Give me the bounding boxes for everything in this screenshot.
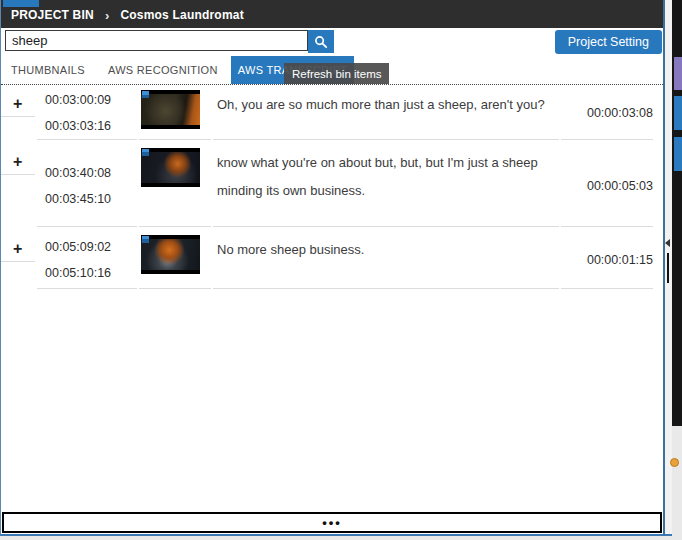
transcript-text: No more sheep business. — [213, 232, 559, 289]
background-app-strip — [672, 0, 682, 540]
search-button[interactable] — [308, 30, 334, 53]
tab-bar: THUMBNAILS AWS RECOGNITION AWS TRANSSCRI… — [1, 56, 663, 85]
search-icon — [314, 35, 328, 49]
breadcrumb-root[interactable]: PROJECT BIN — [11, 8, 94, 22]
panel-resize-handle[interactable]: ••• — [2, 512, 662, 533]
clip-thumbnail[interactable] — [141, 90, 200, 129]
timecode-in: 00:05:09:02 — [45, 234, 137, 260]
scrollbar-thumb[interactable] — [667, 253, 669, 283]
transcript-table: + 00:03:00:09 00:03:03:16 Oh, you are so… — [1, 85, 663, 289]
expand-row-button[interactable]: + — [1, 145, 35, 175]
table-row: + 00:03:00:09 00:03:03:16 Oh, you are so… — [1, 87, 663, 140]
thumbnail-cell — [139, 145, 211, 227]
expand-row-button[interactable]: + — [1, 232, 35, 262]
table-row: + 00:05:09:02 00:05:10:16 No more sheep … — [1, 232, 663, 289]
collapse-arrow-icon[interactable] — [665, 239, 670, 247]
toolbar: Project Setting — [1, 28, 663, 56]
clip-duration: 00:00:03:08 — [561, 87, 653, 140]
thumbnail-cell — [139, 87, 211, 140]
thumbnail-image — [141, 152, 200, 183]
transcript-text: know what you're on about but, but, but … — [213, 145, 559, 227]
clip-duration: 00:00:05:03 — [561, 145, 653, 227]
timecode-cell: 00:03:40:08 00:03:45:10 — [37, 145, 137, 227]
background-notification-dot — [670, 458, 679, 467]
tab-thumbnails[interactable]: THUMBNAILS — [3, 56, 93, 84]
table-row: + 00:03:40:08 00:03:45:10 know what you'… — [1, 145, 663, 227]
project-bin-panel: PROJECT BIN › Cosmos Laundromat Project … — [0, 0, 665, 536]
thumbnail-image — [141, 94, 200, 125]
timecode-out: 00:05:10:16 — [45, 260, 137, 286]
thumbnail-cell — [139, 232, 211, 289]
thumbnail-image — [141, 239, 200, 270]
refresh-bin-items-tooltip: Refresh bin items — [284, 63, 389, 84]
expand-row-button[interactable]: + — [1, 87, 35, 117]
clip-thumbnail[interactable] — [141, 148, 200, 187]
breadcrumb-current: Cosmos Laundromat — [120, 8, 243, 22]
background-purple-block — [674, 57, 682, 90]
project-setting-button[interactable]: Project Setting — [555, 30, 662, 54]
transcript-text: Oh, you are so much more than just a she… — [213, 87, 559, 140]
search-input[interactable] — [5, 30, 308, 51]
timecode-cell: 00:03:00:09 00:03:03:16 — [37, 87, 137, 140]
timecode-in: 00:03:40:08 — [45, 160, 137, 186]
timecode-in: 00:03:00:09 — [45, 87, 137, 113]
video-clip-icon — [142, 149, 149, 156]
bin-header: PROJECT BIN › Cosmos Laundromat — [1, 0, 663, 28]
clip-thumbnail[interactable] — [141, 235, 200, 274]
timecode-out: 00:03:45:10 — [45, 186, 137, 212]
timecode-cell: 00:05:09:02 00:05:10:16 — [37, 232, 137, 289]
tab-aws-recognition[interactable]: AWS RECOGNITION — [100, 56, 226, 84]
panel-tab-notch — [3, 0, 39, 7]
scrollbar-gutter — [665, 0, 672, 536]
video-clip-icon — [142, 91, 149, 98]
video-clip-icon — [142, 236, 149, 243]
background-blue-block — [674, 137, 682, 171]
timecode-out: 00:03:03:16 — [45, 113, 137, 139]
clip-duration: 00:00:01:15 — [561, 232, 653, 289]
background-blue-block — [674, 96, 682, 130]
breadcrumb-chevron-icon: › — [105, 8, 110, 23]
